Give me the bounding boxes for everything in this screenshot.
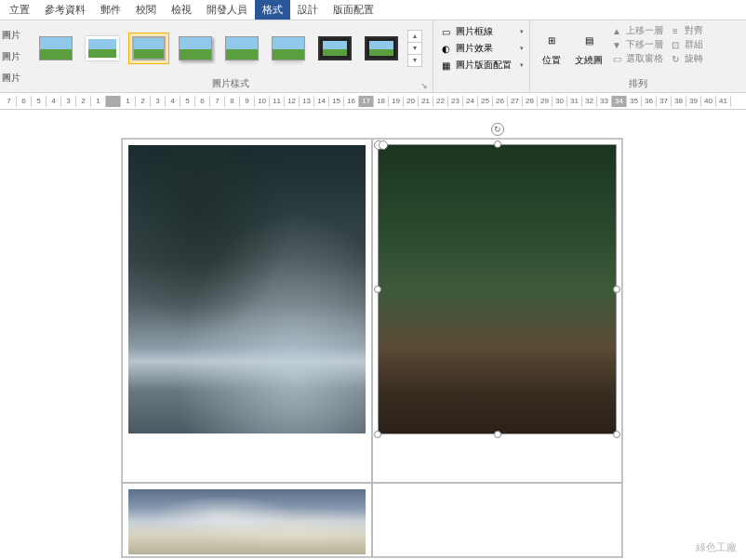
tab-mailings[interactable]: 郵件 — [93, 0, 128, 20]
table: ↻ — [122, 139, 622, 557]
document-area: ↻ — [0, 110, 746, 560]
ribbon: 圖片 圖片 圖片 ▴▾▾ 圖片樣式 ↘ ▭ 圖片框線▾ ◐ 圖片效果▾ — [0, 20, 746, 93]
style-thumb-3[interactable] — [128, 33, 169, 64]
styles-dialog-launcher-icon[interactable]: ↘ — [420, 81, 429, 90]
rotate-button[interactable]: ↻旋轉 — [667, 52, 705, 65]
forward-icon: ▲ — [610, 24, 623, 37]
style-thumb-5[interactable] — [221, 33, 262, 64]
align-button[interactable]: ≡對齊 — [667, 24, 705, 37]
image-cave-stream[interactable] — [128, 145, 366, 433]
tab-developer[interactable]: 開發人員 — [199, 0, 255, 20]
wrap-text-button[interactable]: ▤ 文繞圖 — [571, 24, 606, 72]
selection-pane-button[interactable]: ▭選取窗格 — [608, 52, 665, 65]
style-thumb-6[interactable] — [268, 33, 309, 64]
styles-more-button[interactable]: ▴▾▾ — [407, 30, 422, 67]
resize-handle[interactable] — [374, 286, 381, 293]
wrap-icon: ▤ — [578, 30, 600, 52]
resize-handle[interactable] — [374, 431, 381, 438]
table-cell[interactable] — [122, 139, 372, 483]
style-thumb-8[interactable] — [361, 33, 402, 64]
image-forest-selected[interactable]: ↻ — [379, 145, 616, 433]
tab-view[interactable]: 檢視 — [164, 0, 199, 20]
chevron-down-icon: ▾ — [520, 61, 524, 69]
rotate-handle-icon[interactable]: ↻ — [491, 123, 504, 136]
send-backward-button[interactable]: ▼下移一層 — [608, 38, 665, 51]
border-icon: ▭ — [439, 25, 452, 38]
ribbon-left-labels: 圖片 圖片 圖片 — [0, 20, 28, 92]
group-button[interactable]: ⊡群組 — [667, 38, 705, 51]
rotate-icon: ↻ — [669, 52, 682, 65]
table-cell[interactable]: ↻ — [372, 139, 622, 483]
tab-review[interactable]: 校閱 — [128, 0, 164, 20]
ribbon-left-1[interactable]: 圖片 — [2, 50, 26, 63]
table-cell[interactable] — [372, 483, 622, 557]
picture-layout-button[interactable]: ▦ 圖片版面配置▾ — [437, 58, 526, 73]
picture-effects-button[interactable]: ◐ 圖片效果▾ — [437, 41, 526, 56]
selection-icon: ▭ — [610, 52, 623, 65]
tab-references[interactable]: 參考資料 — [37, 0, 93, 20]
tab-design[interactable]: 設計 — [290, 0, 326, 20]
resize-handle[interactable] — [613, 431, 620, 438]
table-cell[interactable] — [122, 483, 372, 557]
tab-format[interactable]: 格式 — [255, 0, 290, 20]
ribbon-tabs: 立置 參考資料 郵件 校閱 檢視 開發人員 格式 設計 版面配置 — [0, 0, 746, 20]
layout-icon: ▦ — [439, 59, 452, 72]
style-thumb-1[interactable] — [35, 33, 76, 64]
position-icon: ⊞ — [540, 30, 563, 52]
picture-border-button[interactable]: ▭ 圖片框線▾ — [437, 24, 526, 39]
picture-styles-group: ▴▾▾ 圖片樣式 ↘ — [28, 20, 433, 92]
image-sky-clouds[interactable] — [128, 489, 366, 554]
position-button[interactable]: ⊞ 位置 — [534, 24, 569, 72]
horizontal-ruler[interactable]: 7654321123456789101112131415161718192021… — [0, 93, 746, 110]
style-thumb-4[interactable] — [175, 33, 216, 64]
effects-icon: ◐ — [439, 42, 452, 55]
bring-forward-button[interactable]: ▲上移一層 — [608, 24, 665, 37]
tab-position[interactable]: 立置 — [2, 0, 37, 20]
style-thumb-2[interactable] — [82, 33, 123, 64]
page: ↻ — [121, 138, 623, 558]
resize-handle[interactable] — [494, 140, 501, 148]
align-icon: ≡ — [669, 24, 682, 37]
group-icon: ⊡ — [669, 38, 682, 51]
arrange-group: ⊞ 位置 ▤ 文繞圖 ▲上移一層 ▼下移一層 ▭選取窗格 ≡對齊 ⊡群組 ↻旋轉… — [530, 20, 746, 92]
chevron-down-icon: ▾ — [520, 45, 524, 52]
styles-group-label: 圖片樣式 ↘ — [28, 75, 433, 92]
ribbon-left-0[interactable]: 圖片 — [2, 29, 26, 42]
chevron-down-icon: ▾ — [520, 28, 524, 35]
style-thumb-7[interactable] — [314, 33, 355, 64]
ribbon-left-2[interactable]: 圖片 — [2, 72, 26, 85]
tab-layout[interactable]: 版面配置 — [326, 0, 381, 20]
picture-options-group: ▭ 圖片框線▾ ◐ 圖片效果▾ ▦ 圖片版面配置▾ — [433, 20, 530, 92]
resize-handle[interactable] — [494, 431, 501, 438]
arrange-group-label: 排列 — [530, 75, 746, 92]
resize-handle[interactable] — [613, 286, 620, 293]
backward-icon: ▼ — [610, 38, 623, 51]
watermark: 綠色工廠 — [696, 540, 737, 554]
